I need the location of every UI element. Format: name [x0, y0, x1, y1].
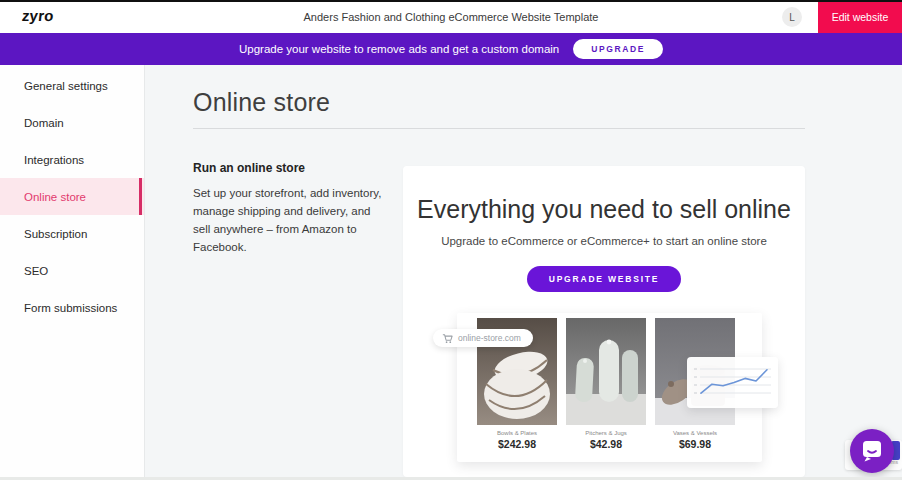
product-card: Pitchers & Jugs $42.98	[566, 318, 646, 450]
sidebar-item-online-store[interactable]: Online store	[0, 178, 144, 215]
product-price: $42.98	[566, 438, 646, 450]
product-price: $69.98	[655, 438, 735, 450]
upgrade-banner-text: Upgrade your website to remove ads and g…	[239, 43, 559, 55]
site-template-title: Anders Fashion and Clothing eCommerce We…	[0, 0, 902, 33]
ecommerce-promo-card: Everything you need to sell online Upgra…	[403, 166, 805, 477]
sidebar-item-form-submissions[interactable]: Form submissions	[0, 289, 144, 326]
promo-subheading: Upgrade to eCommerce or eCommerce+ to st…	[403, 235, 805, 247]
product-price: $242.98	[477, 438, 557, 450]
sidebar-item-general-settings[interactable]: General settings	[0, 67, 144, 104]
product-image-pitchers	[566, 318, 646, 425]
trend-line	[701, 370, 767, 393]
trend-chart	[687, 357, 778, 408]
user-avatar[interactable]: L	[782, 7, 802, 27]
upgrade-banner: Upgrade your website to remove ads and g…	[0, 33, 902, 65]
title-divider	[193, 128, 805, 129]
settings-sidebar: General settings Domain Integrations Onl…	[0, 65, 145, 477]
page-title: Online store	[193, 88, 330, 117]
chat-bubble-icon	[859, 438, 885, 464]
sidebar-item-subscription[interactable]: Subscription	[0, 215, 144, 252]
top-edge	[0, 0, 902, 2]
sidebar-item-integrations[interactable]: Integrations	[0, 141, 144, 178]
product-name: Vases & Vessels	[655, 430, 735, 436]
main-content: Online store Run an online store Set up …	[145, 65, 902, 477]
intro-body: Set up your storefront, add inventory, m…	[193, 184, 388, 256]
intro-text-block: Run an online store Set up your storefro…	[193, 161, 388, 256]
product-name: Pitchers & Jugs	[566, 430, 646, 436]
upgrade-website-button[interactable]: UPGRADE WEBSITE	[527, 266, 682, 292]
app-window: zyro Anders Fashion and Clothing eCommer…	[0, 0, 902, 480]
intro-heading: Run an online store	[193, 161, 388, 175]
chat-widget-button[interactable]	[850, 429, 894, 473]
promo-heading: Everything you need to sell online	[403, 195, 805, 224]
sidebar-item-seo[interactable]: SEO	[0, 252, 144, 289]
edit-website-button[interactable]: Edit website	[818, 0, 902, 33]
store-url-pill: online-store.com	[433, 329, 533, 347]
store-url-text: online-store.com	[458, 333, 521, 343]
topbar: zyro Anders Fashion and Clothing eCommer…	[0, 0, 902, 33]
cart-icon	[442, 333, 453, 344]
upgrade-banner-button[interactable]: UPGRADE	[573, 39, 663, 59]
sidebar-item-domain[interactable]: Domain	[0, 104, 144, 141]
product-name: Bowls & Plates	[477, 430, 557, 436]
